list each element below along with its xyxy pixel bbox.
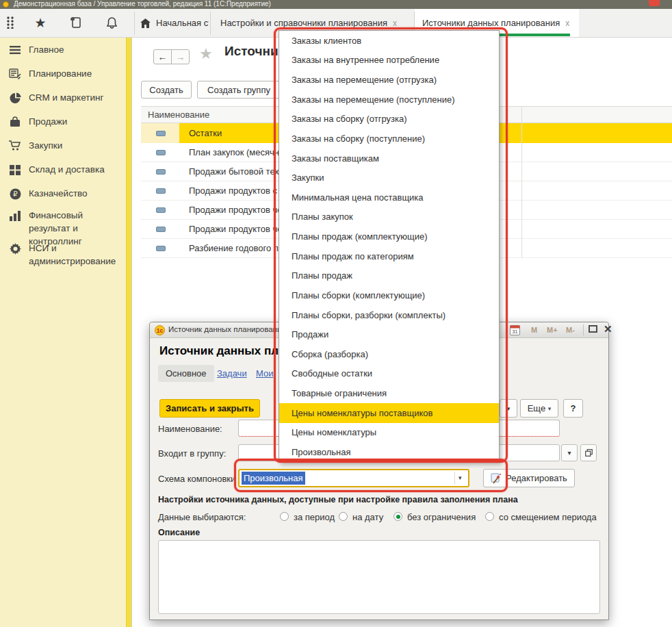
- favorite-page-star-icon[interactable]: ★: [199, 45, 213, 63]
- maximize-icon[interactable]: [589, 325, 597, 333]
- dialog-heading: Источник данных пл: [159, 344, 279, 358]
- close-icon[interactable]: ✕: [604, 323, 612, 335]
- dropdown-option[interactable]: Заказы на внутреннее потребление: [279, 51, 499, 71]
- edit-schema-button[interactable]: Редактировать: [483, 469, 575, 487]
- window-titlebar: Демонстрационная база / Управление торго…: [0, 0, 672, 9]
- memory-minus-button[interactable]: M-: [566, 326, 575, 334]
- svg-text:₽: ₽: [13, 190, 18, 198]
- grid-icon: [8, 163, 22, 177]
- dialog-tab-more[interactable]: Мои: [256, 368, 273, 379]
- dropdown-option[interactable]: Заказы на сборку (поступление): [279, 129, 499, 149]
- dropdown-option[interactable]: Заказы на перемещение (поступление): [279, 90, 499, 110]
- dropdown-option[interactable]: Минимальная цена поставщика: [279, 188, 499, 207]
- toolbar-divider: [134, 12, 135, 35]
- dialog-tab-main[interactable]: Основное: [158, 365, 214, 382]
- svg-text:1c: 1c: [157, 327, 164, 334]
- tab-home[interactable]: Начальная страница: [140, 9, 209, 37]
- home-icon: [140, 18, 151, 28]
- help-button[interactable]: ?: [563, 399, 583, 418]
- page-title: Источни: [224, 44, 279, 59]
- data-source-icon: [156, 169, 166, 175]
- nav-back-button[interactable]: ←: [153, 49, 172, 64]
- dropdown-option[interactable]: Произвольная: [279, 442, 499, 462]
- data-source-icon: [156, 150, 166, 155]
- titlebar-divider: [583, 324, 584, 335]
- window-title: Демонстрационная база / Управление торго…: [14, 0, 271, 8]
- schema-dropdown-arrow-icon[interactable]: ▾: [458, 474, 462, 481]
- data-source-icon: [156, 246, 166, 251]
- dropdown-option[interactable]: Планы закупок: [279, 207, 499, 227]
- group-open-button[interactable]: [580, 444, 597, 461]
- sections-menu-icon[interactable]: [3, 15, 18, 30]
- nav-forward-button[interactable]: →: [171, 49, 190, 64]
- 1c-logo-icon: 1c: [155, 325, 165, 335]
- sidebar-item-purchases[interactable]: Закупки: [0, 139, 126, 153]
- dropdown-option[interactable]: Планы продаж: [279, 266, 499, 286]
- dialog-tab-tasks[interactable]: Задачи: [217, 368, 247, 379]
- sidebar-item-sales[interactable]: Продажи: [0, 115, 126, 129]
- favorites-star-icon[interactable]: ★: [33, 15, 48, 30]
- dropdown-option[interactable]: Свободные остатки: [279, 364, 499, 384]
- tab-close-icon[interactable]: x: [393, 18, 397, 28]
- dropdown-option[interactable]: Планы сборки, разборки (комплекты): [279, 305, 499, 325]
- tab-close-icon[interactable]: x: [565, 18, 569, 28]
- window-close-button[interactable]: [649, 0, 660, 6]
- magic-wand-icon: [491, 473, 502, 484]
- dropdown-option[interactable]: Закупки: [279, 168, 499, 188]
- gear-icon: [8, 242, 22, 255]
- data-source-icon: [156, 131, 166, 136]
- memory-plus-button[interactable]: M+: [547, 326, 558, 334]
- ruble-coin-icon: ₽: [8, 187, 22, 201]
- toolbar-fragment-button[interactable]: ▾: [500, 399, 517, 418]
- calendar-icon[interactable]: 31: [510, 324, 520, 335]
- dropdown-option[interactable]: Заказы поставщикам: [279, 149, 499, 168]
- sidebar-item-warehouse[interactable]: Склад и доставка: [0, 163, 126, 177]
- pie-chart-icon: [8, 91, 22, 105]
- open-form-icon: [585, 449, 593, 457]
- radio-period-shift[interactable]: [485, 512, 494, 521]
- dropdown-option[interactable]: Заказы на сборку (отгрузка): [279, 110, 499, 129]
- section-title: Настройки источника данных, доступные пр…: [158, 495, 518, 504]
- dropdown-option[interactable]: Сборка (разборка): [279, 344, 499, 364]
- create-group-button[interactable]: Создать группу: [197, 81, 281, 99]
- memory-recall-button[interactable]: M: [531, 326, 537, 334]
- dropdown-option[interactable]: Продажи: [279, 324, 499, 344]
- more-button[interactable]: Еще ▾: [520, 399, 558, 418]
- application-window: Демонстрационная база / Управление торго…: [0, 0, 672, 627]
- dropdown-option[interactable]: Заказы клиентов: [279, 31, 499, 51]
- dropdown-option[interactable]: Планы продаж по категориям: [279, 246, 499, 266]
- group-dropdown-button[interactable]: ▾: [561, 444, 578, 461]
- schema-combobox[interactable]: Произвольная ▾: [238, 469, 469, 487]
- dropdown-option[interactable]: Планы сборки (комплектующие): [279, 285, 499, 305]
- sidebar-splitter[interactable]: [126, 38, 131, 627]
- save-and-close-button[interactable]: Записать и закрыть: [159, 399, 260, 418]
- sidebar-item-planning[interactable]: Планирование: [0, 67, 126, 81]
- dropdown-option-highlighted[interactable]: Цены номенклатуры поставщиков: [279, 403, 499, 423]
- dropdown-option[interactable]: Товарные ограничения: [279, 383, 499, 403]
- sidebar-item-admin[interactable]: НСИ и администрирование: [0, 242, 116, 268]
- dropdown-option[interactable]: Цены номенклатуры: [279, 423, 499, 443]
- description-label: Описание: [158, 528, 200, 537]
- dropdown-option[interactable]: Заказы на перемещение (отгрузка): [279, 70, 499, 90]
- combo-divider: [454, 472, 455, 485]
- data-source-icon: [156, 188, 166, 194]
- create-button[interactable]: Создать: [141, 81, 192, 99]
- radio-no-limit[interactable]: [393, 512, 402, 521]
- dropdown-option[interactable]: Планы продаж (комплектующие): [279, 227, 499, 246]
- notifications-bell-icon[interactable]: [104, 15, 119, 30]
- description-textarea[interactable]: [158, 540, 600, 614]
- radio-za-period[interactable]: [280, 512, 289, 521]
- radio-na-datu[interactable]: [339, 512, 348, 521]
- sidebar-border: [131, 38, 132, 627]
- sidebar-item-main[interactable]: Главное: [0, 43, 126, 57]
- hamburger-icon: [8, 43, 22, 57]
- sidebar-item-crm[interactable]: CRM и маркетинг: [0, 91, 126, 105]
- sidebar-item-treasury[interactable]: ₽ Казначейство: [0, 187, 126, 201]
- data-source-icon: [156, 207, 166, 213]
- history-icon[interactable]: [68, 15, 83, 30]
- dialog-title: Источник данных планировани: [168, 325, 281, 333]
- schema-selected-value: Произвольная: [242, 472, 305, 485]
- planning-icon: [8, 67, 22, 81]
- svg-text:31: 31: [513, 329, 518, 334]
- column-separator: [521, 106, 522, 257]
